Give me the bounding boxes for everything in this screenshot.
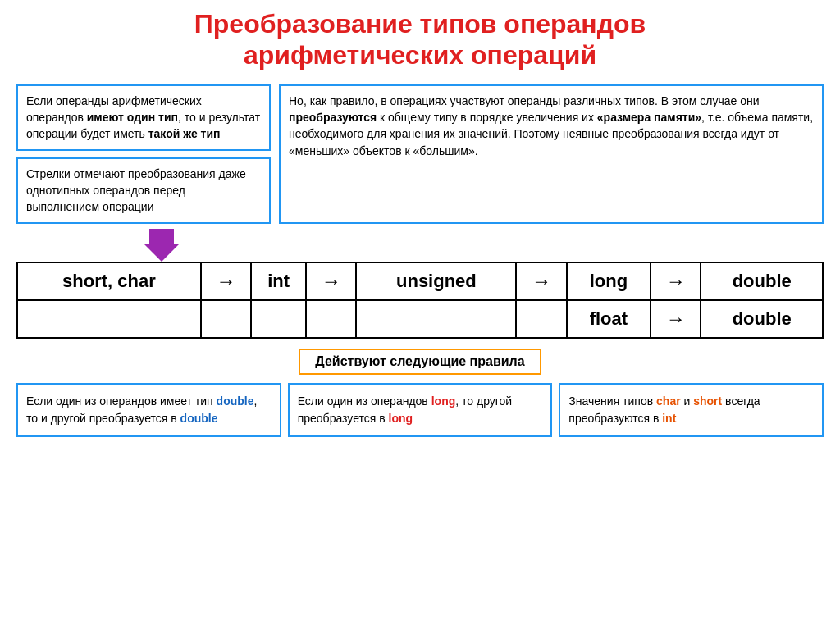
purple-down-arrow — [144, 229, 180, 262]
rule-box-long: Если один из операндов long, то другой п… — [288, 383, 553, 437]
empty-4 — [306, 300, 356, 338]
type-conversion-table: short, char → int → unsigned → long → do… — [16, 262, 824, 339]
type-double-1: double — [701, 262, 823, 300]
box-right-description: Но, как правило, в операциях участвуют о… — [279, 84, 824, 224]
top-section: Если операнды арифметических операндов и… — [16, 84, 824, 224]
arrow-3: → — [516, 262, 566, 300]
type-long: long — [567, 262, 651, 300]
arrow-2: → — [306, 262, 356, 300]
rule-box-double: Если один из операндов имеет тип double,… — [16, 383, 281, 437]
type-short-char: short, char — [17, 262, 201, 300]
box-arrows-note: Стрелки отмечают преобразования даже одн… — [16, 157, 271, 224]
arrow-area — [16, 229, 824, 262]
type-row-1: short, char → int → unsigned → long → do… — [17, 262, 823, 300]
rules-badge: Действуют следующие правила — [299, 349, 541, 375]
empty-5 — [356, 300, 516, 338]
type-double-2: double — [701, 300, 823, 338]
type-int: int — [251, 262, 306, 300]
empty-6 — [516, 300, 566, 338]
type-unsigned: unsigned — [356, 262, 516, 300]
main-title: Преобразование типов операндов арифметич… — [16, 8, 824, 71]
arrow-1: → — [201, 262, 251, 300]
rule-box-int: Значения типов char и short всегда преоб… — [559, 383, 824, 437]
rules-header: Действуют следующие правила — [16, 349, 824, 375]
rules-boxes: Если один из операндов имеет тип double,… — [16, 383, 824, 437]
empty-1 — [17, 300, 201, 338]
arrow-5: → — [651, 300, 701, 338]
empty-2 — [201, 300, 251, 338]
box-same-type: Если операнды арифметических операндов и… — [16, 84, 271, 151]
type-float: float — [567, 300, 651, 338]
left-column: Если операнды арифметических операндов и… — [16, 84, 271, 224]
empty-3 — [251, 300, 306, 338]
type-row-2: float → double — [17, 300, 823, 338]
arrow-4: → — [651, 262, 701, 300]
